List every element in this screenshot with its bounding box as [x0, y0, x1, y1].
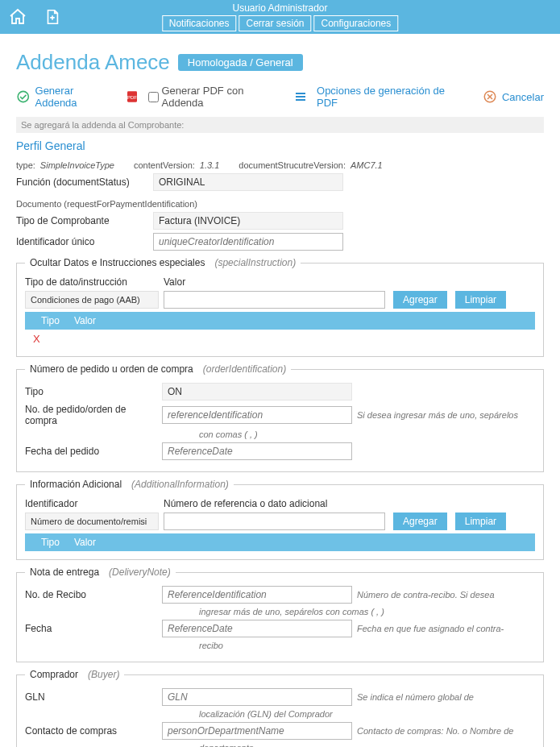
user-name: Usuario Administrador — [162, 2, 398, 14]
special-delete-row[interactable]: X — [25, 330, 48, 348]
addinfo-id-label: Identificador — [25, 498, 159, 509]
page-title: Addenda Amece — [16, 50, 170, 75]
buyer-contact-label: Contacto de compras — [25, 725, 162, 737]
cancel-button[interactable]: Cancelar — [483, 89, 544, 104]
logout-button[interactable]: Cerrar sesión — [239, 15, 311, 31]
home-icon[interactable] — [8, 7, 27, 27]
settings-button[interactable]: Configuraciones — [314, 15, 399, 31]
delivery-fecha-label: Fecha — [25, 623, 162, 634]
delivery-fieldset: Nota de entrega(DeliveryNote) No. de Rec… — [16, 566, 544, 662]
special-clear-button[interactable]: Limpiar — [455, 291, 506, 309]
order-type-label: Tipo — [25, 386, 162, 397]
doctype-label: Tipo de Comprobante — [16, 215, 153, 226]
special-value-label: Valor — [164, 276, 385, 288]
buyer-contact-input[interactable] — [162, 722, 352, 740]
document-header: Documento (requestForPaymentIdentificati… — [16, 199, 197, 209]
buyer-fieldset: Comprador(Buyer) GLN Se indica el número… — [16, 669, 544, 747]
page-tag: Homologada / General — [178, 54, 303, 71]
special-instruction-fieldset: Ocultar Datos e Instrucciones especiales… — [16, 257, 544, 357]
buyer-gln-input[interactable] — [162, 688, 352, 706]
special-type-select[interactable]: Condiciones de pago (AAB) — [25, 291, 159, 309]
addinfo-add-button[interactable]: Agregar — [393, 513, 447, 530]
addinfo-list-header: Tipo Valor — [25, 533, 535, 551]
svg-text:PDF: PDF — [127, 95, 137, 100]
addinfo-clear-button[interactable]: Limpiar — [455, 513, 506, 530]
order-type-value[interactable]: ON — [162, 383, 352, 400]
addinfo-fieldset: Información Adicional(AdditionalInformat… — [16, 479, 544, 560]
note-banner: Se agregará la addenda al Comprobante: — [16, 117, 544, 133]
uid-input[interactable] — [153, 233, 343, 251]
new-file-icon[interactable] — [44, 7, 61, 27]
order-fieldset: Número de pedido u orden de compra(order… — [16, 363, 544, 472]
toolbar: Generar Addenda PDF Generar PDF con Adde… — [16, 85, 544, 109]
order-date-label: Fecha del pedido — [25, 446, 162, 457]
delivery-recibo-input[interactable] — [162, 586, 352, 604]
addinfo-value-input[interactable] — [164, 513, 385, 530]
special-list-header: Tipo Valor — [25, 312, 535, 330]
pdf-icon: PDF — [126, 89, 139, 104]
user-area: Usuario Administrador Notificaciones Cer… — [162, 2, 398, 31]
order-num-help: Si desea ingresar más de uno, sepárelos — [357, 410, 535, 420]
special-add-button[interactable]: Agregar — [393, 291, 447, 309]
function-label: Función (documentStatus) — [16, 176, 153, 188]
topbar: Usuario Administrador Notificaciones Cer… — [0, 0, 560, 34]
addinfo-ref-label: Número de referencia o dato adicional — [164, 498, 385, 509]
delivery-fecha-input[interactable] — [162, 620, 352, 637]
profile-title: Perfil General — [16, 139, 544, 152]
doctype-value[interactable]: Factura (INVOICE) — [153, 212, 343, 230]
function-value[interactable]: ORIGINAL — [153, 173, 343, 191]
pdf-options-button[interactable]: Opciones de generación de PDF — [317, 85, 465, 109]
generate-addenda-button[interactable]: Generar Addenda — [16, 85, 116, 109]
list-icon — [294, 90, 307, 103]
buyer-gln-label: GLN — [25, 691, 162, 703]
special-value-input[interactable] — [164, 291, 385, 309]
pdf-checkbox[interactable] — [148, 92, 159, 102]
special-type-label: Tipo de dato/instrucción — [25, 276, 159, 288]
meta-row: type: SimpleInvoiceType contentVersion: … — [16, 160, 544, 170]
uid-label: Identificador único — [16, 236, 153, 247]
delivery-recibo-label: No. de Recibo — [25, 589, 162, 600]
notifications-button[interactable]: Notificaciones — [162, 15, 237, 31]
svg-point-0 — [18, 91, 28, 102]
pdf-checkbox-label[interactable]: Generar PDF con Addenda — [148, 85, 285, 109]
order-num-input[interactable] — [162, 406, 352, 424]
addinfo-type-select[interactable]: Número de documento/remisi — [25, 513, 159, 530]
order-date-input[interactable] — [162, 442, 352, 460]
order-num-label: No. de pedido/orden de compra — [25, 404, 162, 426]
